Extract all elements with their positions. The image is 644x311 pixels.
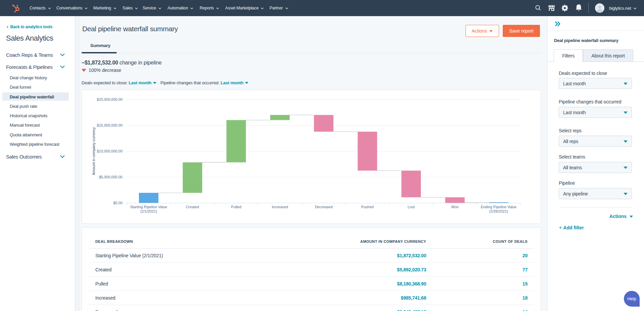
- svg-text:$15,000,000.00: $15,000,000.00: [97, 123, 122, 127]
- svg-text:Amount in company currency: Amount in company currency: [92, 127, 96, 175]
- svg-text:Ending Pipeline Value: Ending Pipeline Value: [481, 205, 516, 209]
- svg-text:Pushed: Pushed: [361, 205, 374, 209]
- svg-text:Decreased: Decreased: [315, 205, 333, 209]
- svg-text:(2/28/2021): (2/28/2021): [489, 209, 508, 213]
- svg-text:$20,000,000.00: $20,000,000.00: [97, 97, 122, 101]
- svg-text:$10,000,000.00: $10,000,000.00: [97, 149, 122, 153]
- svg-text:Lost: Lost: [408, 205, 415, 209]
- svg-text:Created: Created: [186, 205, 199, 209]
- svg-text:Pulled: Pulled: [231, 205, 242, 209]
- svg-text:Increased: Increased: [272, 205, 288, 209]
- svg-text:Starting Pipeline Value: Starting Pipeline Value: [130, 205, 167, 209]
- svg-text:$0.00: $0.00: [113, 201, 122, 205]
- svg-text:$5,000,000.00: $5,000,000.00: [99, 175, 122, 179]
- svg-text:Won: Won: [451, 205, 458, 209]
- svg-text:(2/1/2021): (2/1/2021): [140, 209, 157, 213]
